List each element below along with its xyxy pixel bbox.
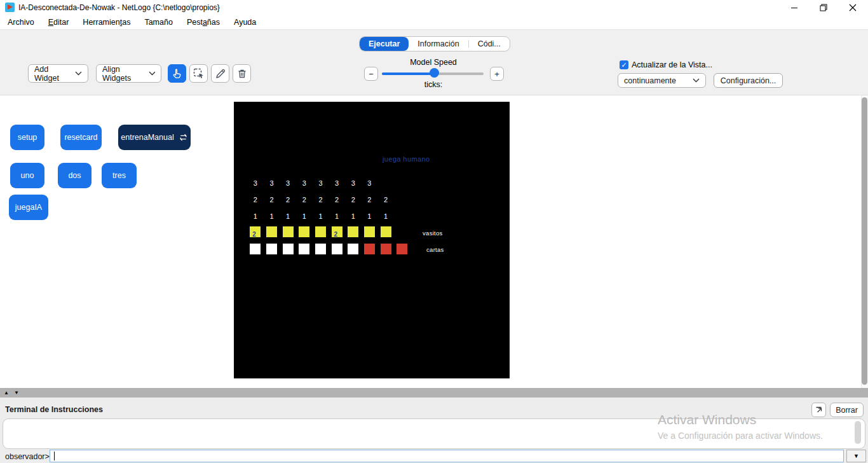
toolbar: Ejecutar Información Códi... Add Widget … [0,29,868,95]
export-arrow-icon [815,406,823,414]
command-line-row: observador> ▼ [0,449,868,463]
canvas-number: 1 [362,212,378,220]
update-mode-dropdown[interactable]: continuamente [618,73,706,88]
entrena-manual-forever-button[interactable]: entrenaManual [118,125,191,150]
vasito-square-yellow [266,226,277,237]
tab-codigo[interactable]: Códi... [469,37,510,51]
speed-minus-button[interactable]: − [364,67,378,81]
title-bar: IA-Desconectada-De-Nowak - NetLogo {C:\n… [0,0,868,15]
tab-informacion[interactable]: Información [409,37,468,51]
vertical-scrollbar-thumb[interactable] [862,97,867,385]
netlogo-logo-icon [5,3,15,12]
edit-widget-tool-button[interactable] [211,64,229,83]
command-history-dropdown-button[interactable]: ▼ [846,450,866,462]
canvas-number: 1 [345,212,362,220]
export-output-button[interactable] [811,403,826,417]
menu-item-editar[interactable]: Editar [41,16,76,29]
update-mode-value: continuamente [624,76,676,85]
vasito-square-yellow [283,226,294,237]
chevron-down-icon [75,71,82,76]
cartas-squares-row [247,244,410,254]
canvas-number: 2 [280,196,296,204]
menu-item-herramientas[interactable]: Herramientas [76,16,137,29]
add-widget-label: Add Widget [34,65,75,83]
canvas-number: 2 [345,196,362,204]
caret-down-icon: ▼ [853,453,859,459]
canvas-number: 1 [329,212,345,220]
carta-square-white [266,244,277,254]
menu-item-pestañas[interactable]: Pestañas [180,16,227,29]
tres-button[interactable]: tres [102,163,137,188]
restore-button[interactable] [809,0,837,15]
settings-button[interactable]: Configuración... [714,73,783,88]
hand-pointer-icon [172,68,182,79]
select-widgets-tool-button[interactable] [189,64,208,83]
vasito-square-yellow [381,226,391,237]
check-icon: ✓ [621,61,627,69]
terminal-scrollbar-thumb[interactable] [855,421,861,444]
entrena-manual-label: entrenaManual [121,133,173,142]
carta-square-white [299,244,309,254]
juega-ia-button[interactable]: juegaIA [9,195,48,220]
canvas-number: 3 [247,179,264,187]
forever-loop-icon [179,133,188,142]
canvas-caption: juega humano [383,155,430,163]
dos-button[interactable]: dos [58,163,92,188]
minimize-button[interactable] [780,0,809,15]
terminal-title: Terminal de Instrucciones [5,405,103,414]
canvas-number: 3 [313,179,329,187]
vasito-square-yellow [348,226,358,237]
delete-widget-tool-button[interactable] [233,64,251,83]
canvas-number: 1 [247,212,264,220]
menu-item-archivo[interactable]: Archivo [1,16,41,29]
terminal-output-area[interactable] [3,418,865,449]
menu-item-ayuda[interactable]: Ayuda [227,16,263,29]
resetcard-button[interactable]: resetcard [60,125,102,150]
chevron-down-icon [693,78,700,83]
trash-icon [236,68,248,79]
canvas-number: 2 [362,196,378,204]
carta-square-white [250,244,261,254]
vasitos-label: vasitos [423,230,443,237]
tab-ejecutar[interactable]: Ejecutar [360,37,409,51]
uno-button[interactable]: uno [10,163,44,188]
menu-item-tamaño[interactable]: Tamaño [137,16,179,29]
speed-slider-fill [382,73,434,75]
vasitos-squares-row: 22 [247,226,394,237]
add-widget-dropdown[interactable]: Add Widget [28,64,88,83]
canvas-number: 2 [313,196,329,204]
view-updates-checkbox[interactable]: ✓ [620,60,628,69]
selection-marquee-icon [193,68,205,79]
minimize-icon [791,4,798,11]
command-input[interactable] [50,450,844,462]
expand-down-icon[interactable]: ▼ [14,390,19,396]
restore-icon [820,4,827,11]
interact-hand-tool-button[interactable] [168,64,186,83]
align-widgets-dropdown[interactable]: Align Widgets [96,64,161,83]
canvas-number: 1 [313,212,329,220]
vasito-square-mark: 2 [334,231,338,238]
canvas-number-row-3: 33333333 [247,179,377,187]
canvas-number: 2 [296,196,313,204]
canvas-number: 1 [296,212,313,220]
vasito-square-mark: 2 [252,231,256,238]
horizontal-splitter[interactable]: ▲ ▼ [0,388,868,397]
carta-square-red [397,244,407,254]
carta-square-white [332,244,342,254]
clear-output-button[interactable]: Borrar [830,403,864,417]
vasito-square-yellow: 2 [332,226,342,237]
canvas-number: 1 [264,212,280,220]
collapse-up-icon[interactable]: ▲ [4,390,9,396]
menu-bar: ArchivoEditarHerramientasTamañoPestañasA… [0,15,868,29]
ticks-label: ticks: [382,80,485,89]
carta-square-white [348,244,358,254]
canvas-number: 3 [296,179,313,187]
setup-button[interactable]: setup [10,125,44,150]
canvas-number: 3 [264,179,280,187]
speed-slider-thumb[interactable] [430,68,439,78]
chevron-down-icon [149,71,155,76]
world-view-canvas[interactable]: juega humano 33333333 222222222 11111111… [234,102,510,378]
carta-square-red [381,244,391,254]
speed-plus-button[interactable]: + [490,67,504,81]
close-button[interactable] [838,0,867,15]
